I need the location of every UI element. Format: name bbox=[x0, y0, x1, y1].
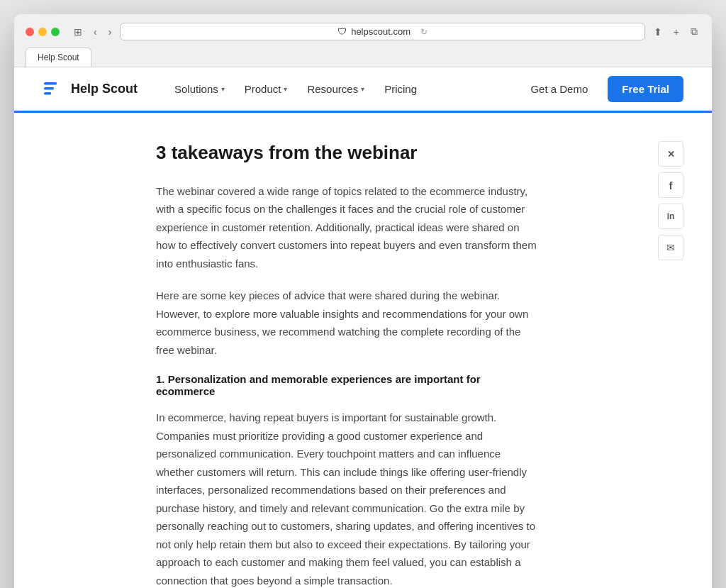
share-button[interactable]: ⬆ bbox=[651, 25, 665, 39]
get-demo-button[interactable]: Get a Demo bbox=[519, 77, 599, 101]
shield-icon: 🛡 bbox=[337, 26, 347, 37]
chevron-down-icon: ▾ bbox=[221, 85, 225, 93]
nav-links: Solutions ▾ Product ▾ Resources ▾ Pricin… bbox=[166, 77, 519, 101]
sidebar-toggle[interactable]: ⊞ bbox=[71, 25, 85, 39]
helpscout-logo-icon bbox=[43, 78, 65, 101]
forward-button[interactable]: › bbox=[106, 25, 115, 39]
chevron-down-icon: ▾ bbox=[284, 85, 287, 93]
browser-window: ⊞ ‹ › 🛡 helpscout.com ↻ ⬆ + ⧉ Help Scout bbox=[14, 14, 712, 588]
tabs-button[interactable]: ⧉ bbox=[688, 24, 700, 39]
svg-rect-3 bbox=[44, 92, 51, 95]
nav-solutions[interactable]: Solutions ▾ bbox=[166, 77, 233, 101]
email-share-button[interactable]: ✉ bbox=[658, 235, 683, 260]
page-content: 3 takeaways from the webinar The webinar… bbox=[14, 113, 712, 588]
article-section1-para: In ecommerce, having repeat buyers is im… bbox=[156, 409, 539, 588]
maximize-button[interactable] bbox=[51, 28, 60, 36]
chevron-down-icon: ▾ bbox=[361, 85, 364, 93]
logo-link[interactable]: Help Scout bbox=[43, 78, 138, 101]
nav-pricing[interactable]: Pricing bbox=[376, 77, 425, 101]
address-bar[interactable]: 🛡 helpscout.com ↻ bbox=[120, 23, 644, 40]
active-tab[interactable]: Help Scout bbox=[26, 48, 91, 67]
tab-bar: Help Scout bbox=[26, 48, 700, 67]
url-text: helpscout.com bbox=[351, 26, 411, 37]
article-para-1: The webinar covered a wide range of topi… bbox=[156, 182, 539, 273]
close-button[interactable] bbox=[26, 28, 34, 36]
svg-rect-1 bbox=[44, 82, 57, 85]
twitter-share-button[interactable]: ✕ bbox=[658, 141, 683, 167]
article-title: 3 takeaways from the webinar bbox=[156, 141, 539, 165]
free-trial-button[interactable]: Free Trial bbox=[608, 76, 683, 102]
minimize-button[interactable] bbox=[38, 28, 47, 36]
article-para-2: Here are some key pieces of advice that … bbox=[156, 287, 539, 359]
social-sidebar: ✕ f in ✉ bbox=[658, 141, 683, 260]
nav-product[interactable]: Product ▾ bbox=[236, 77, 296, 101]
back-button[interactable]: ‹ bbox=[91, 25, 100, 39]
browser-chrome: ⊞ ‹ › 🛡 helpscout.com ↻ ⬆ + ⧉ Help Scout bbox=[14, 14, 712, 67]
svg-rect-2 bbox=[44, 87, 54, 90]
navbar: Help Scout Solutions ▾ Product ▾ Resourc… bbox=[14, 67, 712, 113]
article-section1-heading: 1. Personalization and memorable experie… bbox=[156, 373, 539, 397]
facebook-icon: f bbox=[669, 179, 673, 192]
twitter-icon: ✕ bbox=[667, 149, 675, 160]
nav-actions: Get a Demo Free Trial bbox=[519, 76, 683, 102]
facebook-share-button[interactable]: f bbox=[658, 172, 683, 198]
nav-resources[interactable]: Resources ▾ bbox=[298, 77, 373, 101]
new-tab-button[interactable]: + bbox=[671, 25, 682, 39]
linkedin-icon: in bbox=[667, 211, 675, 221]
traffic-lights bbox=[26, 28, 60, 36]
reload-icon: ↻ bbox=[420, 27, 428, 37]
article-body: 3 takeaways from the webinar The webinar… bbox=[156, 141, 539, 588]
linkedin-share-button[interactable]: in bbox=[658, 204, 683, 229]
logo-text: Help Scout bbox=[71, 82, 138, 96]
email-icon: ✉ bbox=[666, 242, 675, 253]
